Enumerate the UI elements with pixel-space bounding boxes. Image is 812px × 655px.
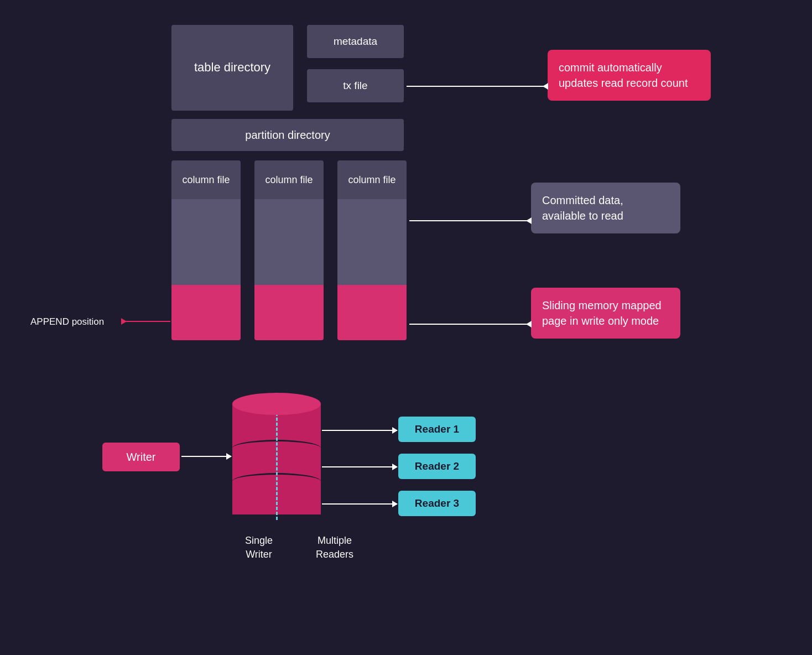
reader-1-label: Reader 1 <box>415 423 459 435</box>
commit-callout-box: commit automatically updates read record… <box>548 50 711 101</box>
diagram: table directory metadata tx file commit … <box>0 0 812 655</box>
arrow-sliding <box>409 324 531 325</box>
arrow-commit <box>407 86 548 87</box>
sliding-callout-text: Sliding memory mapped page in write only… <box>542 299 662 327</box>
reader-3-label: Reader 3 <box>415 497 459 510</box>
column-file-3: column file <box>337 160 407 340</box>
writer-label: Writer <box>127 451 156 464</box>
table-directory-label: table directory <box>194 60 270 76</box>
arrow-to-reader-2 <box>322 466 397 467</box>
column-file-2: column file <box>254 160 324 340</box>
reader-3-box: Reader 3 <box>398 491 476 516</box>
arrow-writer-to-db <box>181 456 231 457</box>
single-writer-label: Single Writer <box>231 534 287 562</box>
multiple-readers-label: Multiple Readers <box>301 534 368 562</box>
reader-2-box: Reader 2 <box>398 454 476 479</box>
writer-box: Writer <box>102 443 180 471</box>
metadata-box: metadata <box>307 25 404 58</box>
col-file-label-2: column file <box>254 160 324 199</box>
table-directory-box: table directory <box>171 25 293 111</box>
col-committed-3 <box>337 199 407 285</box>
sliding-callout-box: Sliding memory mapped page in write only… <box>531 288 680 339</box>
arrow-committed <box>409 220 531 221</box>
committed-callout-text: Committed data, available to read <box>542 194 623 222</box>
arrow-append <box>122 321 170 322</box>
tx-file-label: tx file <box>343 80 367 92</box>
metadata-label: metadata <box>334 35 377 48</box>
commit-callout-text: commit automatically updates read record… <box>559 61 688 89</box>
partition-directory-box: partition directory <box>171 119 404 151</box>
tx-file-box: tx file <box>307 69 404 102</box>
column-file-1: column file <box>171 160 241 340</box>
reader-2-label: Reader 2 <box>415 460 459 472</box>
partition-directory-label: partition directory <box>245 129 330 142</box>
committed-callout-box: Committed data, available to read <box>531 183 680 233</box>
append-position-label: APPEND position <box>30 316 104 328</box>
col-pink-2 <box>254 285 324 340</box>
col-committed-2 <box>254 199 324 285</box>
db-cylinder-top <box>232 393 321 415</box>
arrow-to-reader-3 <box>322 503 397 505</box>
col-pink-1 <box>171 285 241 340</box>
col-file-label-1: column file <box>171 160 241 199</box>
col-committed-1 <box>171 199 241 285</box>
col-file-label-3: column file <box>337 160 407 199</box>
arrow-to-reader-1 <box>322 430 397 431</box>
col-pink-3 <box>337 285 407 340</box>
reader-1-box: Reader 1 <box>398 417 476 442</box>
